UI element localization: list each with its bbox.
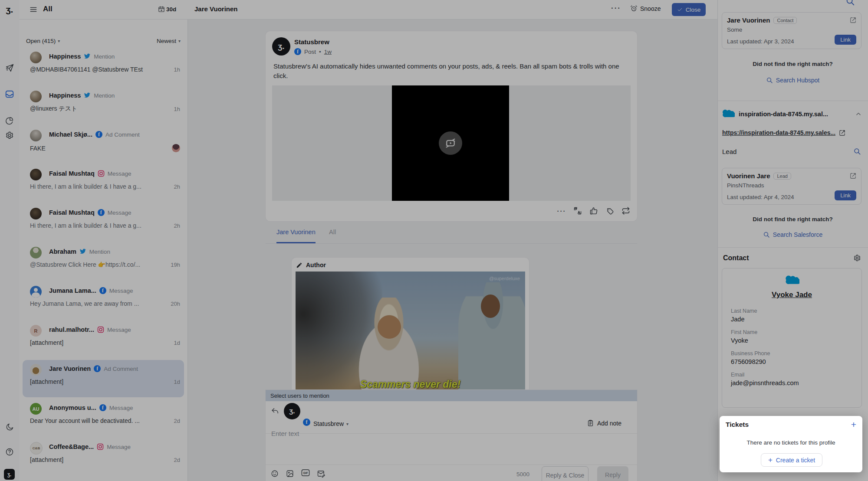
tickets-empty-text: There are no tickets for this profile [720, 439, 862, 446]
app-window: ʒ. ʒ. All 30d Open (415) ▾ [0, 0, 868, 481]
tickets-popover: Tickets + There are no tickets for this … [720, 416, 862, 472]
create-ticket-label: Create a ticket [776, 457, 815, 464]
plus-icon: + [768, 456, 773, 465]
tickets-title: Tickets [726, 421, 749, 429]
create-ticket-button[interactable]: + Create a ticket [761, 453, 822, 467]
tickets-header: Tickets + [726, 421, 856, 429]
add-ticket-icon[interactable]: + [851, 421, 856, 429]
screen-dim-overlay [0, 0, 868, 481]
